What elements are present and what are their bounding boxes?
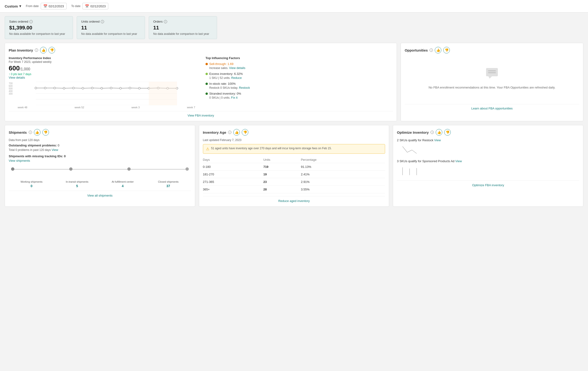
sales-ordered-title: Sales ordered i [9,20,69,23]
sellthrough-view-link[interactable]: View details [229,66,245,70]
val-working: 0 [9,184,54,188]
excess-detail: 1 SKU | 52 units. Reduce [209,76,393,80]
inventory-age-title: Inventory Age [203,130,226,134]
table-row: 271-365 23 2.91% [203,178,385,186]
val-closed: 37 [146,184,191,188]
ipi-score: 600/1,000 [9,64,196,72]
inventory-age-thumbup-button[interactable]: 👍 [233,129,240,136]
view-all-shipments-link[interactable]: View all shipments [87,194,113,197]
shipments-info-icon[interactable]: i [29,131,32,134]
to-date-label: To date [71,4,81,8]
units-info-icon[interactable]: i [101,20,104,23]
factor-excess: Excess inventory: 6.32% 1 SKU | 52 units… [206,72,393,80]
label-working: Working shipments [9,180,54,183]
optimize-header: Optimize Inventory i 👍 👎 [397,129,579,136]
svg-point-14 [120,87,121,89]
stranded-label: Stranded inventory: 0% [209,92,241,95]
pct-cell: 91.13% [301,163,385,171]
opportunities-info-icon[interactable]: i [430,49,433,52]
from-date-value: 02/12/2023 [49,4,64,8]
pct-cell: 2.91% [301,178,385,186]
inventory-age-info-icon[interactable]: i [228,131,231,134]
learn-fba-link[interactable]: Learn about FBA opportunities [405,104,579,110]
excess-label: Excess inventory: 6.32% [209,72,243,75]
view-fba-link[interactable]: View FBA inventory [188,114,214,117]
sellthrough-detail: Increase sales. View details [209,66,393,70]
opportunities-card: Opportunities i 👍 👎 No FBA enrollment re… [401,43,583,121]
restock-chart-svg [398,145,426,155]
reduce-aged-link[interactable]: Reduce aged inventory [278,199,310,203]
units-ordered-value: 11 [81,25,140,31]
optimize-thumbdown-button[interactable]: 👎 [444,129,451,136]
inventory-age-card: Inventory Age i 👍 👎 Last updated Februar… [199,125,389,207]
opportunities-thumbdown-button[interactable]: 👎 [443,47,450,53]
plan-inventory-info-icon[interactable]: i [35,49,38,52]
instock-restock-link[interactable]: Restock [239,86,250,89]
sellthrough-link[interactable]: Sell-through: 1.69 [209,62,233,66]
to-date-input[interactable]: 📅 02/12/2023 [82,3,108,10]
stranded-dot [206,93,208,95]
shipments-tracking: Shipments with missing tracking IDs: 0 [9,154,191,158]
main-content: Plan Inventory i 👍 👎 Inventory Performan… [0,43,588,215]
sponsored-view-link[interactable]: View [455,159,462,163]
optimize-info-icon[interactable]: i [430,131,434,134]
calendar-icon: 📅 [43,4,47,8]
label-intransit: In-transit shipments [54,180,100,183]
chart-area: week 48 week 52 week 3 week 7 [17,82,196,109]
inventory-age-thumbdown-button[interactable]: 👎 [242,129,248,136]
dot-intransit [69,167,73,171]
from-date-input[interactable]: 📅 02/12/2023 [41,3,67,10]
opportunities-thumbup-button[interactable]: 👍 [435,47,441,53]
dot-working [11,167,14,171]
ipi-right: Top Influencing Factors Sell-through: 1.… [206,56,393,102]
shipments-card: Shipments i 👍 👎 Data from past 120 days … [5,125,195,207]
sales-info-icon[interactable]: i [29,20,33,23]
col-units: Units [263,157,301,163]
svg-point-8 [63,87,65,89]
sponsored-chart-svg [398,166,426,176]
svg-point-9 [73,87,74,89]
shipments-thumbdown-button[interactable]: 👎 [42,129,49,136]
svg-point-12 [101,87,103,89]
ipi-view-details-link[interactable]: View details [9,76,25,79]
calendar-icon-2: 📅 [85,4,89,8]
optimize-fba-section: Optimize FBA inventory [397,180,579,187]
svg-point-15 [129,87,131,89]
plan-inventory-thumbup-button[interactable]: 👍 [40,47,47,53]
plan-inventory-title: Plan Inventory [9,48,33,52]
sales-ordered-card: Sales ordered i $1,399.00 No data availa… [5,16,73,39]
val-fulfillment: 4 [100,184,146,188]
pct-cell: 2.41% [301,171,385,178]
problems-view-link[interactable]: View [52,148,58,152]
view-fba-section: View FBA inventory [9,111,393,117]
opportunities-empty: No FBA enrollment recommendations at thi… [405,56,579,99]
sales-ordered-note: No data available for comparison to last… [9,32,69,36]
val-intransit: 5 [54,184,100,188]
table-row: 181-270 19 2.41% [203,171,385,178]
orders-info-icon[interactable]: i [164,20,167,23]
shipments-thumbup-button[interactable]: 👍 [34,129,41,136]
stranded-fix-link[interactable]: Fix it [231,96,238,99]
progress-values-row: 0 5 4 37 [9,184,191,188]
units-cell: 23 [263,178,301,186]
shipments-problems: Outstanding shipment problems: 0 [9,144,191,147]
restock-view-link[interactable]: View [434,138,441,142]
svg-point-13 [110,87,112,89]
svg-point-6 [44,87,46,89]
shipments-sub: Data from past 120 days [9,138,191,142]
restock-section: 2 SKUs qualify for Restock View [397,138,579,156]
plan-inventory-thumbdown-button[interactable]: 👎 [49,47,55,53]
orders-value: 11 [153,25,212,31]
excess-reduce-link[interactable]: Reduce [231,76,242,80]
svg-point-7 [54,87,55,89]
view-shipments-link[interactable]: View shipments [9,159,191,162]
date-range-dropdown[interactable]: Custom ▾ [5,4,21,8]
optimize-thumbup-button[interactable]: 👍 [436,129,442,136]
table-row: 365+ 28 3.55% [203,186,385,193]
sponsored-spark-chart [397,165,579,177]
top-factors-title: Top Influencing Factors [206,56,393,60]
units-cell: 719 [263,163,301,171]
svg-line-26 [402,147,407,152]
shipments-problems-note: Total 0 problems in past 120 days View [9,148,191,152]
optimize-fba-link[interactable]: Optimize FBA inventory [472,183,504,187]
